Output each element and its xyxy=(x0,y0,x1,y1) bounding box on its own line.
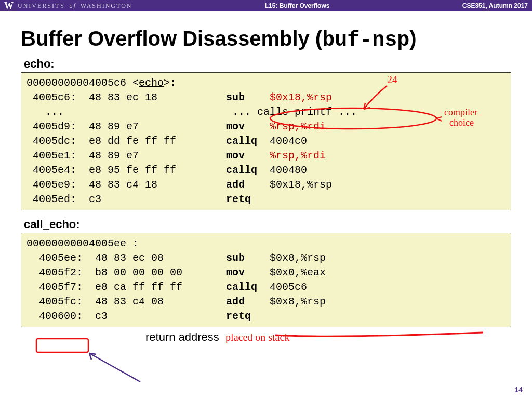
return-address-caption: return address placed on stack xyxy=(145,330,511,344)
page-number: 14 xyxy=(514,385,523,394)
slide-header: W UNIVERSITY of WASHINGTON L15: Buffer O… xyxy=(0,0,532,11)
university-name: UNIVERSITY of WASHINGTON xyxy=(18,2,132,10)
slide-title: Buffer Overflow Disassembly (buf-nsp) xyxy=(21,27,511,52)
echo-label: echo: xyxy=(24,57,511,71)
course-term: CSE351, Autumn 2017 xyxy=(462,2,528,9)
call-echo-label: call_echo: xyxy=(24,218,511,231)
echo-codebox: 00000000004005c6 <echo>: 4005c6: 48 83 e… xyxy=(21,72,511,210)
uw-logo: W xyxy=(4,1,14,11)
call-echo-codebox: 00000000004005ee : 4005ee: 48 83 ec 08 s… xyxy=(21,233,511,327)
lecture-title: L15: Buffer Overflows xyxy=(132,2,462,9)
slide-content: Buffer Overflow Disassembly (buf-nsp) ec… xyxy=(0,11,532,344)
